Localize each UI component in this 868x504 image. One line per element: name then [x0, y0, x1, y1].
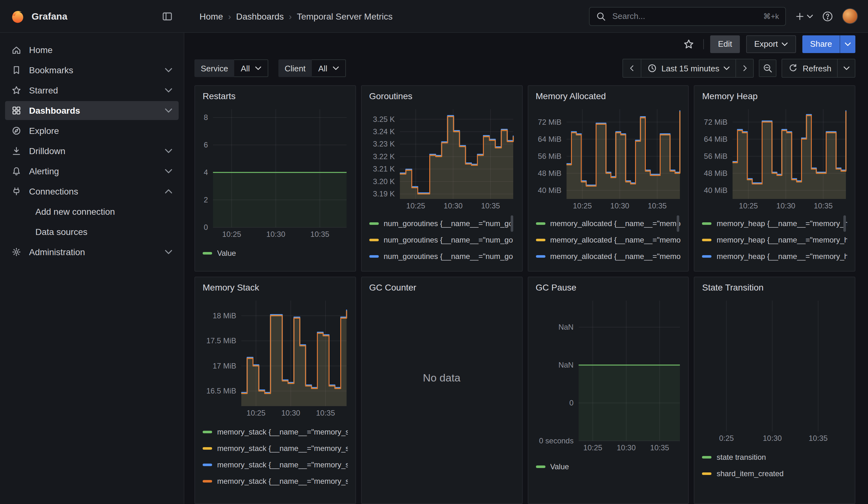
apps-icon — [11, 105, 21, 116]
legend-item[interactable]: memory_allocated {__name__="memo — [536, 215, 681, 231]
main-content: Edit Export Share Service All C — [184, 33, 868, 504]
legend-item[interactable]: memory_stack {__name__="memory_s — [203, 457, 348, 472]
edit-button[interactable]: Edit — [711, 35, 740, 53]
search-box[interactable]: ⌘+k — [589, 7, 786, 25]
new-menu-button[interactable] — [795, 11, 813, 21]
time-range-button[interactable]: Last 15 minutes — [640, 59, 736, 77]
sidebar-item-explore[interactable]: Explore — [5, 121, 179, 140]
panel-title[interactable]: GC Pause — [536, 282, 576, 292]
breadcrumb-separator-icon: › — [289, 11, 292, 21]
svg-text:NaN: NaN — [558, 323, 573, 331]
legend-scrollbar[interactable] — [844, 215, 846, 232]
panel-chart[interactable]: 8642010:2510:3010:35 — [200, 104, 350, 240]
legend-item[interactable]: Value — [536, 459, 681, 474]
grafana-app: Grafana Home›Dashboards›Temporal Server … — [0, 0, 868, 504]
panel-title[interactable]: State Transition — [702, 282, 764, 292]
bookmark-icon — [11, 65, 21, 75]
refresh-interval-button[interactable] — [837, 59, 855, 77]
legend-item[interactable]: memory_stack {__name__="memory_s — [203, 440, 348, 456]
panel-chart[interactable]: 72 MiB64 MiB56 MiB48 MiB40 MiB10:2510:30… — [533, 104, 683, 212]
refresh-button[interactable]: Refresh — [783, 59, 837, 77]
sidebar-item-connections[interactable]: Connections — [5, 182, 179, 201]
sidebar-item-drilldown[interactable]: Drilldown — [5, 142, 179, 161]
user-avatar[interactable] — [842, 8, 858, 24]
sidebar-item-home[interactable]: Home — [5, 40, 179, 59]
sidebar-item-bookmarks[interactable]: Bookmarks — [5, 61, 179, 80]
panel-chart[interactable]: 0:2510:3010:35 — [700, 296, 850, 444]
time-shift-forward-button[interactable] — [736, 59, 753, 77]
star-icon — [11, 85, 21, 95]
legend-item[interactable]: num_goroutines {__name__="num_go — [369, 215, 515, 231]
legend-item[interactable]: memory_stack {__name__="memory_s — [203, 424, 348, 440]
legend-item[interactable]: shard_item_created — [702, 465, 847, 481]
svg-text:10:35: 10:35 — [481, 202, 500, 210]
breadcrumb-item[interactable]: Dashboards — [236, 11, 284, 21]
legend-item[interactable]: memory_heap {__name__="memory_h — [702, 215, 847, 231]
legend-marker-icon — [702, 238, 712, 241]
legend-scrollbar[interactable] — [510, 215, 513, 232]
legend-item[interactable]: memory_stack {__name__="memory_s — [203, 473, 348, 489]
nav-right: ⌘+k — [589, 7, 868, 25]
search-input[interactable] — [611, 11, 758, 21]
chevron-down-icon — [724, 66, 730, 70]
time-shift-back-button[interactable] — [623, 59, 640, 77]
legend-marker-icon — [369, 255, 379, 257]
legend-item[interactable]: state transition — [702, 449, 847, 465]
sidebar-item-administration[interactable]: Administration — [5, 243, 179, 261]
panel-restarts: Restarts 8642010:2510:3010:35 Value — [194, 85, 356, 271]
service-value-dropdown[interactable]: All — [235, 59, 268, 77]
legend-marker-icon — [203, 463, 212, 466]
panel-title[interactable]: Memory Allocated — [536, 91, 606, 101]
panel-title[interactable]: Memory Heap — [702, 91, 758, 101]
panel-title[interactable]: Goroutines — [369, 91, 413, 101]
panel-title[interactable]: GC Counter — [369, 282, 416, 292]
legend-item[interactable]: memory_heap {__name__="memory_h — [702, 232, 847, 248]
sidebar-item-label: Add new connection — [35, 207, 115, 217]
legend-item[interactable]: memory_heap {__name__="memory_h — [702, 248, 847, 264]
share-menu-button[interactable] — [840, 35, 855, 53]
share-button[interactable]: Share — [803, 35, 840, 53]
legend-item[interactable]: num_goroutines {__name__="num_go — [369, 248, 515, 264]
sidebar-item-add-new-connection[interactable]: Add new connection — [5, 202, 179, 221]
sidebar-item-dashboards[interactable]: Dashboards — [5, 101, 179, 120]
svg-text:56 MiB: 56 MiB — [538, 152, 561, 161]
legend-item[interactable]: memory_heap {__name__="memory_h — [702, 265, 847, 266]
legend-item[interactable]: memory_allocated {__name__="memo — [536, 248, 681, 264]
legend-scrollbar[interactable] — [677, 215, 680, 232]
favorite-star-button[interactable] — [681, 36, 697, 52]
panel-chart[interactable]: 18 MiB17.5 MiB17 MiB16.5 MiB10:2510:3010… — [200, 296, 350, 419]
legend-item[interactable]: memory_allocated {__name__="memo — [536, 232, 681, 248]
legend-item[interactable]: num_goroutines {__name__="num_go — [369, 232, 515, 248]
svg-text:10:30: 10:30 — [776, 202, 795, 210]
panel-header: Memory Allocated — [528, 86, 689, 103]
dock-menu-icon[interactable] — [159, 8, 175, 24]
grafana-logo-icon[interactable] — [10, 9, 25, 24]
client-value-dropdown[interactable]: All — [312, 59, 345, 77]
panel-title[interactable]: Restarts — [203, 91, 236, 101]
legend-item[interactable]: Value — [203, 245, 348, 261]
svg-text:NaN: NaN — [558, 361, 573, 369]
sidebar: Home Bookmarks Starred Dashboards Explor… — [0, 33, 184, 504]
legend-item[interactable]: memory_allocated {__name__="memo — [536, 265, 681, 266]
legend-label: memory_heap {__name__="memory_h — [717, 219, 847, 228]
export-button[interactable]: Export — [746, 35, 796, 53]
legend-label: shard_item_created — [717, 469, 784, 478]
legend-marker-icon — [203, 480, 212, 482]
breadcrumb-separator-icon: › — [228, 11, 231, 21]
panel-memory-heap: Memory Heap 72 MiB64 MiB56 MiB48 MiB40 M… — [694, 85, 856, 271]
sidebar-item-data-sources[interactable]: Data sources — [5, 222, 179, 241]
clock-icon — [647, 63, 657, 73]
sidebar-item-label: Data sources — [35, 227, 87, 237]
sidebar-item-alerting[interactable]: Alerting — [5, 162, 179, 181]
legend-label: memory_allocated {__name__="memo — [550, 252, 681, 260]
zoom-out-button[interactable] — [759, 59, 777, 77]
sidebar-item-starred[interactable]: Starred — [5, 81, 179, 100]
panel-chart[interactable]: NaNNaN00 seconds10:2510:3010:35 — [533, 296, 683, 453]
panel-chart[interactable]: 3.25 K3.24 K3.23 K3.22 K3.21 K3.20 K3.19… — [367, 104, 517, 212]
legend-item[interactable]: num_goroutines {__name__="num_go — [369, 265, 515, 266]
panel-title[interactable]: Memory Stack — [203, 282, 259, 292]
breadcrumb-item[interactable]: Home — [199, 11, 223, 21]
panel-chart[interactable]: 72 MiB64 MiB56 MiB48 MiB40 MiB10:2510:30… — [700, 104, 850, 212]
help-button[interactable] — [822, 10, 833, 22]
svg-text:10:35: 10:35 — [650, 443, 669, 452]
